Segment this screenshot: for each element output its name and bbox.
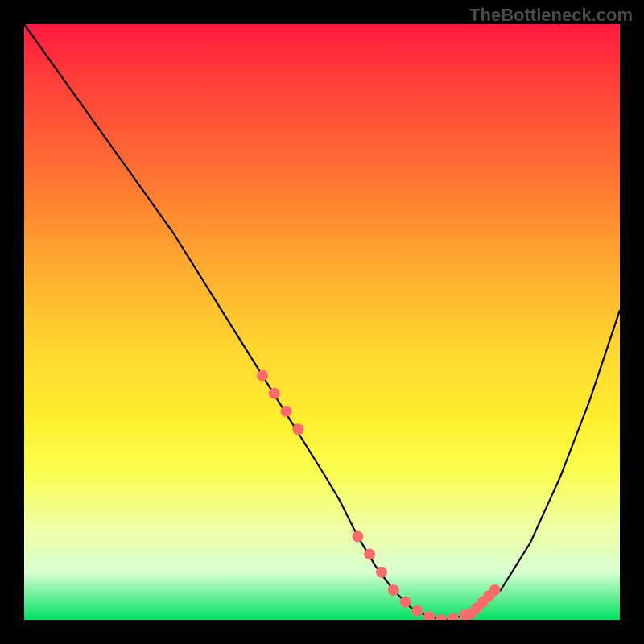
marker-point [364,549,375,560]
plot-area [24,24,620,620]
marker-point [400,597,411,608]
watermark-text: TheBottleneck.com [469,5,633,26]
marker-point [292,423,303,435]
marker-point [352,530,363,542]
marker-point [489,584,501,596]
marker-point [436,614,447,620]
chart-svg [24,24,620,620]
marker-point [257,370,268,382]
marker-point [411,605,423,617]
highlight-markers [257,370,501,620]
marker-point [376,567,387,578]
marker-point [281,406,292,417]
marker-point [423,611,435,620]
bottleneck-curve [24,24,620,620]
marker-point [448,613,459,621]
marker-point [388,584,399,596]
marker-point [269,388,280,399]
